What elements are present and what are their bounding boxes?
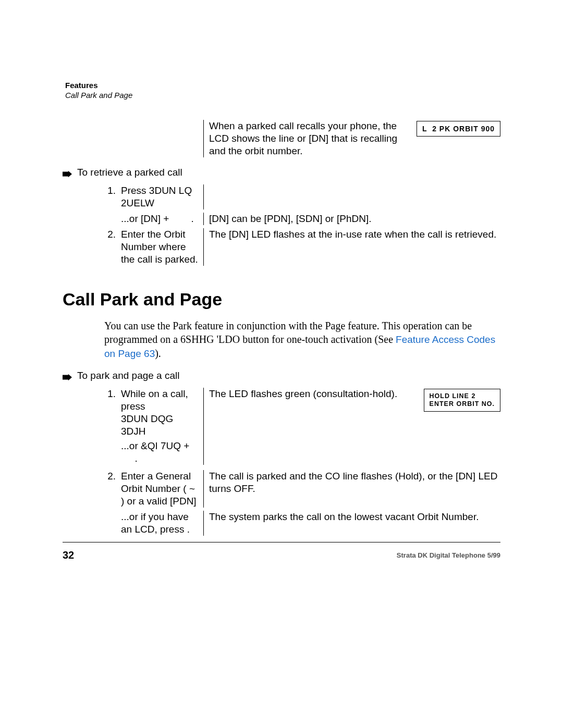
pp-step2-left-b: ...or if you have an LCD, press . bbox=[121, 511, 190, 535]
lcd-display-recall: L 2 PK ORBIT 900 bbox=[417, 121, 500, 137]
step1b-left: ...or [DN] + . bbox=[121, 213, 194, 224]
step-number: 2. bbox=[104, 228, 116, 266]
arrow-icon bbox=[63, 372, 72, 379]
step2-right: The [DN] LED flashes at the in-use rate … bbox=[209, 229, 496, 240]
pp-step1-right: The LED flashes green (consultation-hold… bbox=[209, 388, 397, 399]
svg-marker-1 bbox=[63, 374, 72, 381]
intro-part2: ). bbox=[155, 348, 161, 359]
pp-step1-left-a: While on a call, press bbox=[121, 388, 199, 413]
procedure-title-retrieve: To retrieve a parked call bbox=[63, 167, 500, 178]
recall-row: L 2 PK ORBIT 900 When a parked call reca… bbox=[104, 120, 500, 157]
chapter-label: Features bbox=[65, 81, 132, 90]
section-label: Call Park and Page bbox=[65, 91, 132, 100]
pp-step1-left-b: 3DUN DQG 3DJH bbox=[121, 413, 173, 437]
park-page-title: To park and page a call bbox=[77, 370, 179, 381]
pp-step2-left-a: Enter a General Orbit Number ( ~ ) or a … bbox=[121, 470, 199, 508]
pp-step2-right-b: The system parks the call on the lowest … bbox=[209, 511, 479, 522]
page: Features Call Park and Page L 2 PK ORBIT… bbox=[0, 0, 563, 728]
running-head: Features Call Park and Page bbox=[65, 81, 132, 100]
footer-right: Strata DK Digital Telephone 5/99 bbox=[397, 551, 500, 559]
retrieve-steps: 1. Press 3DUN LQ 2UELW ...or [DN] + . [D… bbox=[104, 184, 500, 266]
step-number: 2. bbox=[104, 470, 116, 508]
step1-left: Press 3DUN LQ 2UELW bbox=[121, 184, 199, 209]
step1b-right: [DN] can be [PDN], [SDN] or [PhDN]. bbox=[209, 213, 371, 224]
footer-rule bbox=[63, 542, 500, 542]
svg-marker-0 bbox=[63, 171, 72, 178]
pp-step1-left-d: . bbox=[121, 453, 138, 464]
pp-step1-left-c: ...or &QI 7UQ + bbox=[121, 440, 189, 451]
arrow-icon bbox=[63, 169, 72, 176]
retrieve-title: To retrieve a parked call bbox=[77, 167, 182, 178]
pp-step2-right-a: The call is parked and the CO line flash… bbox=[209, 471, 497, 494]
intro-paragraph: You can use the Park feature in conjunct… bbox=[104, 319, 500, 361]
page-number: 32 bbox=[63, 549, 74, 561]
lcd-hold-text: HOLD LINE 2 ENTER ORBIT NO. bbox=[430, 392, 495, 408]
section-heading: Call Park and Page bbox=[63, 289, 500, 310]
lcd-display-hold: HOLD LINE 2 ENTER ORBIT NO. bbox=[424, 389, 500, 412]
step-number: 1. bbox=[104, 184, 116, 209]
step-number: 1. bbox=[104, 388, 116, 413]
step2-left: Enter the Orbit Number where the call is… bbox=[121, 228, 199, 266]
procedure-title-park-page: To park and page a call bbox=[63, 370, 500, 381]
park-page-steps: 1. While on a call, press 3DUN DQG 3DJH … bbox=[104, 388, 500, 536]
